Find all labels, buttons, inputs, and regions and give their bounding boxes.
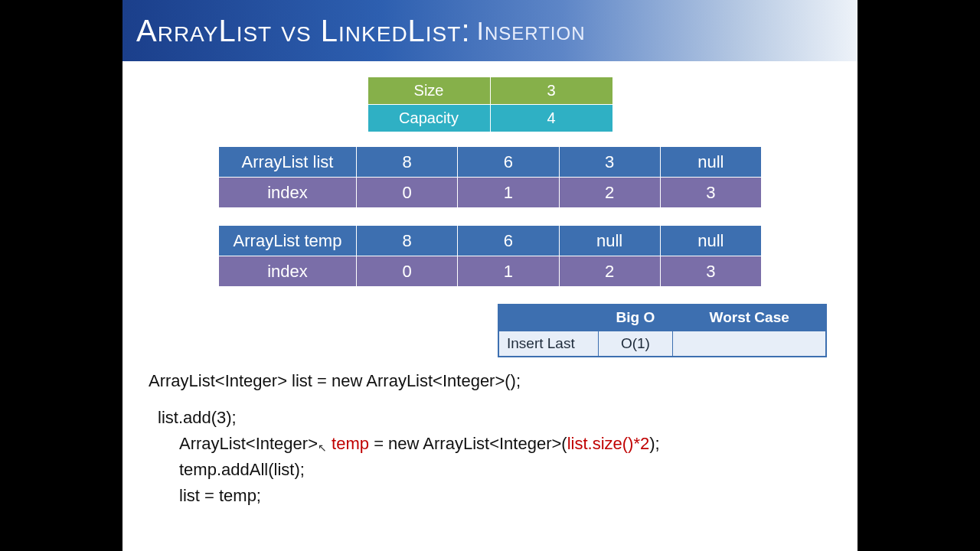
title-bar: ArrayList vs LinkedList: Insertion xyxy=(122,0,858,61)
capacity-value: 4 xyxy=(490,105,612,132)
temp-cell: null xyxy=(660,226,761,256)
list-index: 2 xyxy=(559,178,660,208)
title-main: ArrayList vs LinkedList: xyxy=(136,14,471,48)
bigo-row-value: O(1) xyxy=(598,331,673,357)
bigo-header-blank xyxy=(498,305,598,331)
temp-cell: 8 xyxy=(357,226,458,256)
code-frag: ); xyxy=(649,434,659,453)
code-line-5: list = temp; xyxy=(179,483,835,509)
list-index-label: index xyxy=(219,178,357,208)
title-sub: Insertion xyxy=(477,16,586,46)
size-value: 3 xyxy=(490,77,612,105)
list-index: 0 xyxy=(357,178,458,208)
slide: ArrayList vs LinkedList: Insertion Size … xyxy=(122,0,858,551)
temp-cell: 6 xyxy=(458,226,559,256)
list-cell: null xyxy=(660,147,761,178)
code-frag-temp: temp xyxy=(327,434,369,453)
list-index: 3 xyxy=(660,178,761,208)
list-cell: 8 xyxy=(357,147,458,178)
code-block: ArrayList<Integer> list = new ArrayList<… xyxy=(145,368,835,509)
temp-index: 3 xyxy=(660,256,761,287)
temp-index-label: index xyxy=(219,256,357,287)
temp-label: ArrayList temp xyxy=(219,226,357,256)
size-label: Size xyxy=(368,77,490,105)
bigo-header-worst: Worst Case xyxy=(673,305,826,331)
temp-index: 1 xyxy=(458,256,559,287)
code-frag-arg: list.size()*2 xyxy=(567,434,650,453)
slide-content: Size 3 Capacity 4 ArrayList list 8 6 3 n… xyxy=(122,61,858,509)
code-frag: ArrayList<Integer> xyxy=(179,434,318,453)
code-frag: = new ArrayList<Integer>( xyxy=(369,434,567,453)
code-line-2: list.add(3); xyxy=(158,405,835,431)
bigo-row-worst xyxy=(673,331,826,357)
list-index: 1 xyxy=(458,178,559,208)
cursor-icon: ↖ xyxy=(318,440,327,457)
arraylist-list-table: ArrayList list 8 6 3 null index 0 1 2 3 xyxy=(218,146,762,208)
temp-index: 0 xyxy=(357,256,458,287)
capacity-label: Capacity xyxy=(368,105,490,132)
temp-cell: null xyxy=(559,226,660,256)
list-cell: 3 xyxy=(559,147,660,178)
bigo-header-bigo: Big O xyxy=(598,305,673,331)
letterbox-right xyxy=(858,0,980,551)
code-line-3: ArrayList<Integer>↖ temp = new ArrayList… xyxy=(179,431,835,457)
arraylist-temp-table: ArrayList temp 8 6 null null index 0 1 2… xyxy=(218,225,762,287)
code-line-1: ArrayList<Integer> list = new ArrayList<… xyxy=(149,368,835,394)
bigo-table: Big O Worst Case Insert Last O(1) xyxy=(498,304,827,357)
size-capacity-table: Size 3 Capacity 4 xyxy=(368,77,613,132)
list-label: ArrayList list xyxy=(219,147,357,178)
letterbox-left xyxy=(0,0,122,551)
bigo-row-label: Insert Last xyxy=(498,331,598,357)
code-line-4: temp.addAll(list); xyxy=(179,457,835,483)
list-cell: 6 xyxy=(458,147,559,178)
temp-index: 2 xyxy=(559,256,660,287)
